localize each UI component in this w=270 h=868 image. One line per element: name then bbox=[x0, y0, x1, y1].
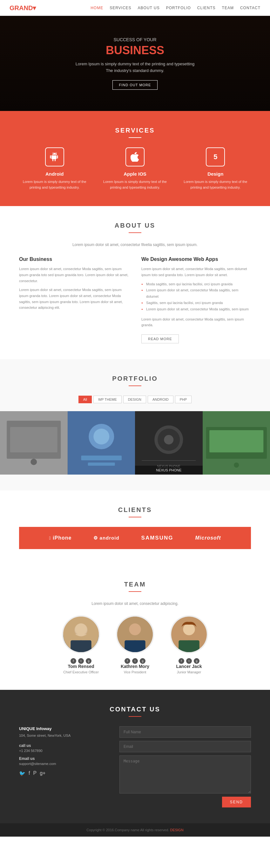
social-dot-2b[interactable]: t bbox=[132, 658, 138, 664]
filter-design[interactable]: DESIGN bbox=[123, 396, 146, 403]
member-2-title: Vice President bbox=[116, 670, 154, 674]
filter-wp[interactable]: WP THEME bbox=[93, 396, 122, 403]
member-avatar-1 bbox=[62, 615, 100, 653]
svg-rect-13 bbox=[142, 460, 196, 461]
contact-form: SEND bbox=[119, 726, 251, 807]
hero-cta-button[interactable]: FIND OUT MORE bbox=[112, 80, 158, 90]
social-dot-1b[interactable]: t bbox=[78, 658, 84, 664]
svg-rect-8 bbox=[88, 463, 115, 466]
member-avatar-2 bbox=[116, 615, 154, 653]
contact-social-links: 🐦 f P g+ bbox=[19, 770, 107, 776]
client-microsoft: Microsoft bbox=[195, 535, 221, 541]
about-intro: Lorem ipsum dolor sit amet, consectetur … bbox=[19, 243, 251, 247]
member-3-name: Lancer Jack bbox=[170, 664, 208, 669]
footer-text: Copyright © 2016.Company name All rights… bbox=[5, 828, 265, 832]
contact-company: UNIQUE Infoway bbox=[19, 726, 107, 731]
social-dot-1a[interactable]: f bbox=[71, 658, 76, 664]
portfolio-item-2[interactable] bbox=[68, 411, 135, 474]
svg-point-18 bbox=[234, 463, 239, 468]
email-input[interactable] bbox=[119, 741, 251, 752]
social-dot-1c[interactable]: g bbox=[86, 658, 91, 664]
message-input[interactable] bbox=[119, 755, 251, 794]
svg-point-30 bbox=[183, 623, 195, 635]
portfolio-item-4[interactable] bbox=[202, 411, 270, 474]
clients-bar:  iPhone ⚙ android SAMSUNG Microsoft bbox=[19, 527, 251, 549]
social-dot-3a[interactable]: f bbox=[179, 658, 184, 664]
about-right-intro: Lorem ipsum dolor sit amet, consectetur … bbox=[141, 266, 251, 278]
services-grid: Android Lorem Ipsum is simply dummy text… bbox=[19, 147, 251, 190]
contact-phone: +1 234 567890 bbox=[19, 749, 107, 753]
portfolio-item-3[interactable]: NEXUS PHONE NEXUS PHONE bbox=[135, 411, 202, 474]
about-left-col: Our Business Lorem ipsum dolor sit amet,… bbox=[19, 256, 129, 343]
client-iphone:  iPhone bbox=[49, 535, 72, 541]
svg-rect-2 bbox=[10, 427, 57, 453]
portfolio-grid: NEXUS PHONE NEXUS PHONE bbox=[0, 411, 270, 474]
service-design: 5 Design Lorem Ipsum is simply dummy tex… bbox=[180, 147, 251, 190]
portfolio-overlay-3: NEXUS PHONE bbox=[135, 466, 202, 474]
design-name: Design bbox=[180, 171, 251, 177]
design-icon: 5 bbox=[206, 147, 225, 166]
social-dot-3c[interactable]: g bbox=[194, 658, 199, 664]
member-avatar-3 bbox=[170, 615, 208, 653]
hero-title: BUSINESS bbox=[76, 44, 194, 57]
brand-logo[interactable]: GRAND▾ bbox=[9, 4, 36, 12]
send-button[interactable]: SEND bbox=[222, 797, 251, 807]
feature-1: Moda sagittis, sem qui lacinia facilisi,… bbox=[141, 281, 251, 287]
nav-home[interactable]: HOME bbox=[90, 6, 103, 10]
nav-portfolio[interactable]: PORTFOLIO bbox=[166, 6, 191, 10]
about-divider bbox=[129, 232, 141, 233]
team-section: TEAM Lorem ipsum dolor sit amet, consect… bbox=[0, 565, 270, 690]
nav-services[interactable]: SERVICES bbox=[110, 6, 131, 10]
team-member-2: f t g Kathren Mory Vice President bbox=[116, 615, 154, 674]
social-dot-2a[interactable]: f bbox=[125, 658, 130, 664]
svg-point-6 bbox=[93, 429, 109, 444]
nav-links: HOME SERVICES ABOUT US PORTFOLIO CLIENTS… bbox=[90, 6, 261, 10]
nav-team[interactable]: TEAM bbox=[222, 6, 234, 10]
read-more-button[interactable]: READ MORE bbox=[141, 335, 179, 343]
nav-clients[interactable]: CLIENTS bbox=[197, 6, 216, 10]
full-name-input[interactable] bbox=[119, 726, 251, 738]
about-section: ABOUT US Lorem ipsum dolor sit amet, con… bbox=[0, 206, 270, 359]
portfolio-item-1[interactable] bbox=[0, 411, 68, 474]
about-columns: Our Business Lorem ipsum dolor sit amet,… bbox=[19, 256, 251, 343]
contact-layout: UNIQUE Infoway 104, Some street, NewYork… bbox=[19, 726, 251, 807]
about-left-p2: Lorem ipsum dolor sit amet, consectetur … bbox=[19, 287, 129, 311]
about-title: ABOUT US bbox=[19, 222, 251, 229]
design-desc: Lorem Ipsum is simply dummy text of the … bbox=[180, 179, 251, 190]
services-title: SERVICES bbox=[19, 127, 251, 134]
social-dot-3b[interactable]: t bbox=[186, 658, 192, 664]
member-1-title: Chief Executive Officer bbox=[62, 670, 100, 674]
pinterest-icon[interactable]: P bbox=[33, 770, 36, 776]
clients-title: CLIENTS bbox=[19, 506, 251, 514]
svg-point-26 bbox=[129, 623, 141, 635]
member-1-name: Tom Rensed bbox=[62, 664, 100, 669]
service-android: Android Lorem Ipsum is simply dummy text… bbox=[19, 147, 90, 190]
footer-design-link[interactable]: DESIGN bbox=[170, 828, 183, 832]
portfolio-filters: All WP THEME DESIGN ANDROID PHP bbox=[0, 396, 270, 403]
filter-php[interactable]: PHP bbox=[175, 396, 192, 403]
member-1-social: f t g bbox=[62, 658, 100, 664]
services-divider bbox=[129, 137, 141, 138]
social-dot-2c[interactable]: g bbox=[140, 658, 145, 664]
filter-android[interactable]: ANDROID bbox=[148, 396, 173, 403]
service-ios: Apple IOS Lorem Ipsum is simply dummy te… bbox=[100, 147, 170, 190]
twitter-icon[interactable]: 🐦 bbox=[19, 770, 25, 776]
nav-about[interactable]: ABOUT US bbox=[138, 6, 160, 10]
member-3-title: Junior Manager bbox=[170, 670, 208, 674]
about-left-p1: Lorem ipsum dolor sit amet, consectetur … bbox=[19, 266, 129, 284]
facebook-icon[interactable]: f bbox=[29, 770, 30, 776]
hero-subtitle: SUCCESS OF YOUR bbox=[76, 37, 194, 42]
nav-contact[interactable]: CONTACT bbox=[240, 6, 261, 10]
svg-rect-7 bbox=[81, 456, 122, 460]
contact-email: support@sitename.com bbox=[19, 762, 107, 766]
googleplus-icon[interactable]: g+ bbox=[40, 770, 46, 776]
android-name: Android bbox=[19, 171, 90, 177]
member-2-social: f t g bbox=[116, 658, 154, 664]
filter-all[interactable]: All bbox=[78, 396, 92, 403]
contact-info: UNIQUE Infoway 104, Some street, NewYork… bbox=[19, 726, 107, 807]
client-samsung: SAMSUNG bbox=[141, 535, 173, 541]
portfolio-title: PORTFOLIO bbox=[0, 375, 270, 382]
contact-divider bbox=[129, 716, 141, 717]
about-right-col: We Design Awesome Web Apps Lorem ipsum d… bbox=[141, 256, 251, 343]
member-2-name: Kathren Mory bbox=[116, 664, 154, 669]
